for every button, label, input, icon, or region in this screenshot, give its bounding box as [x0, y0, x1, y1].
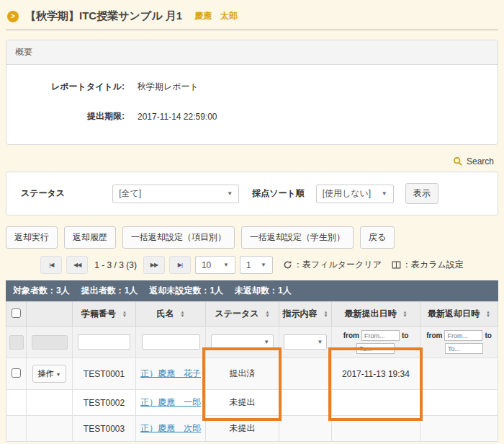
overview-panel: 概要 レポートタイトル: 秋学期レポート 提出期限: 2017-11-14 22… [6, 40, 498, 145]
show-button[interactable]: 表示 [405, 183, 438, 204]
cell-instruction [279, 358, 332, 390]
sort-icon[interactable]: ▲▼ [266, 311, 270, 318]
page-size-select[interactable]: 10 ▼ [195, 256, 235, 274]
top-actions-row: 返却実行 返却履歴 一括返却設定（項目別） 一括返却設定（学生別） 戻る [6, 226, 498, 249]
submit-from-input[interactable] [361, 330, 400, 341]
refresh-icon [283, 260, 292, 270]
overview-panel-header: 概要 [6, 40, 498, 65]
page-title: 【秋学期】ITC授業サンプル 月1 [25, 9, 182, 23]
sort-icon[interactable]: ▲▼ [181, 311, 185, 318]
return-to-input[interactable] [445, 343, 483, 354]
return-from-input[interactable] [444, 330, 482, 341]
status-filter-select[interactable]: [全て] ▼ [112, 185, 239, 203]
instruction-column-filter-select[interactable]: ▼ [284, 334, 328, 350]
sort-icon[interactable]: ▲▼ [403, 311, 408, 318]
table-row: TEST0003 正）慶應 次郎 未提出 [6, 416, 498, 442]
report-title-row: レポートタイトル: 秋学期レポート [15, 81, 489, 93]
student-name-link[interactable]: 正）慶應 一郎 [140, 397, 201, 407]
header-actions-column [27, 302, 73, 327]
search-label: Search [467, 156, 494, 166]
deadline-value: 2017-11-14 22:59:00 [138, 112, 217, 122]
cell-latest-submit: 2017-11-13 19:34 [332, 358, 420, 390]
cell-checkbox-empty [6, 390, 27, 416]
stat-submitted-count: 提出者数：1人 [81, 285, 138, 297]
student-name-link[interactable]: 正）慶應 花子 [140, 368, 201, 378]
cell-action-empty [27, 390, 73, 416]
cell-latest-return [420, 390, 498, 416]
pagination-bar: |◀ ◀◀ 1 - 3 / 3 (3) ▶▶ ▶| 10 ▼ 1 ▼ ：表フィル… [6, 256, 498, 274]
chevron-down-icon: ▼ [317, 339, 323, 345]
header-student-id-label: 学籍番号 [81, 308, 116, 320]
submit-to-input[interactable] [356, 343, 395, 354]
cell-latest-submit [332, 416, 420, 442]
first-page-button[interactable]: |◀ [40, 256, 62, 274]
page-header: > 【秋学期】ITC授業サンプル 月1 慶應 太郎 [6, 0, 498, 30]
return-to-label: to [485, 332, 491, 339]
name-filter-input[interactable] [142, 334, 200, 350]
status-filter-value: [全て] [119, 187, 141, 200]
table-column-config-label: ：表カラム設定 [402, 259, 464, 271]
header-latest-return-label: 最新返却日時 [428, 308, 480, 320]
bulk-return-student-button[interactable]: 一括返却設定（学生別） [241, 226, 354, 249]
chevron-down-icon: ▼ [56, 372, 61, 377]
back-button[interactable]: 戻る [360, 226, 395, 249]
header-instruction-label: 指示内容 [283, 308, 318, 320]
row-select-checkbox[interactable] [12, 368, 21, 378]
submit-to-label: to [402, 332, 408, 339]
cell-status: 未提出 [206, 390, 279, 416]
header-name-label: 氏名 [157, 308, 174, 320]
header-instruction: 指示内容 ▲▼ [279, 302, 332, 327]
last-page-button[interactable]: ▶| [169, 256, 191, 274]
table-column-config[interactable]: ：表カラム設定 [392, 259, 464, 271]
row-action-button[interactable]: 操作▼ [32, 365, 67, 383]
stat-return-unset-count: 返却未設定数：1人 [149, 285, 223, 297]
status-column-filter-select[interactable]: ▼ [211, 334, 274, 350]
stats-bar: 対象者数：3人 提出者数：1人 返却未設定数：1人 未返却数：1人 [6, 280, 498, 301]
grading-sort-select[interactable]: [使用しない] ▼ [316, 185, 394, 203]
next-page-button[interactable]: ▶▶ [143, 256, 165, 274]
sort-icon[interactable]: ▲▼ [324, 311, 328, 318]
header-latest-submit-label: 最新提出日時 [345, 308, 397, 320]
table-row: TEST0002 正）慶應 一郎 未提出 [6, 390, 498, 416]
results-table: 学籍番号 ▲▼ 氏名 ▲▼ ステータス ▲▼ 指示内容 ▲▼ 最新提出日時 [6, 301, 498, 442]
cell-checkbox-empty [6, 416, 27, 442]
arrow-circle-icon: > [7, 11, 19, 22]
prev-page-button[interactable]: ◀◀ [66, 256, 88, 274]
sort-icon[interactable]: ▲▼ [122, 311, 127, 318]
deadline-label: 提出期限: [15, 110, 125, 123]
student-name-link[interactable]: 正）慶應 次郎 [140, 423, 201, 433]
header-name: 氏名 ▲▼ [136, 302, 206, 327]
cell-instruction [279, 416, 332, 442]
table-filter-clear[interactable]: ：表フィルタークリア [283, 259, 382, 271]
header-status: ステータス ▲▼ [206, 302, 279, 327]
header-latest-submit: 最新提出日時 ▲▼ [332, 302, 420, 327]
cell-latest-submit [332, 390, 420, 416]
results-table-section: 対象者数：3人 提出者数：1人 返却未設定数：1人 未返却数：1人 学籍番号 ▲… [6, 280, 498, 442]
table-header-row: 学籍番号 ▲▼ 氏名 ▲▼ ステータス ▲▼ 指示内容 ▲▼ 最新提出日時 [6, 302, 498, 327]
search-heading: Search [6, 145, 498, 172]
sort-icon[interactable]: ▲▼ [486, 311, 490, 318]
header-latest-return: 最新返却日時 ▲▼ [420, 302, 498, 327]
student-id-filter-input[interactable] [78, 334, 130, 350]
report-title-value: 秋学期レポート [138, 81, 199, 93]
page-size-value: 10 [202, 260, 211, 270]
submit-from-label: from [343, 332, 359, 339]
return-from-label: from [426, 332, 442, 339]
report-title-label: レポートタイトル: [15, 81, 125, 93]
return-execute-button[interactable]: 返却実行 [6, 226, 58, 249]
filter-actions-placeholder [32, 335, 68, 350]
chevron-down-icon: ▼ [261, 262, 266, 268]
search-panel: ステータス [全て] ▼ 採点ソート順 [使用しない] ▼ 表示 [6, 172, 498, 216]
page-number-select[interactable]: 1 ▼ [240, 256, 273, 274]
search-icon [453, 156, 463, 166]
cell-latest-return [420, 416, 498, 442]
cell-status: 提出済 [206, 358, 279, 390]
chevron-down-icon: ▼ [227, 190, 233, 197]
bulk-return-item-button[interactable]: 一括返却設定（項目別） [122, 226, 235, 249]
chevron-down-icon: ▼ [382, 190, 387, 197]
cell-student-id: TEST0001 [73, 358, 136, 390]
return-history-button[interactable]: 返却履歴 [64, 226, 116, 249]
filter-checkbox-placeholder [9, 335, 24, 350]
grading-sort-label: 採点ソート順 [252, 187, 305, 200]
select-all-checkbox[interactable] [12, 308, 21, 318]
